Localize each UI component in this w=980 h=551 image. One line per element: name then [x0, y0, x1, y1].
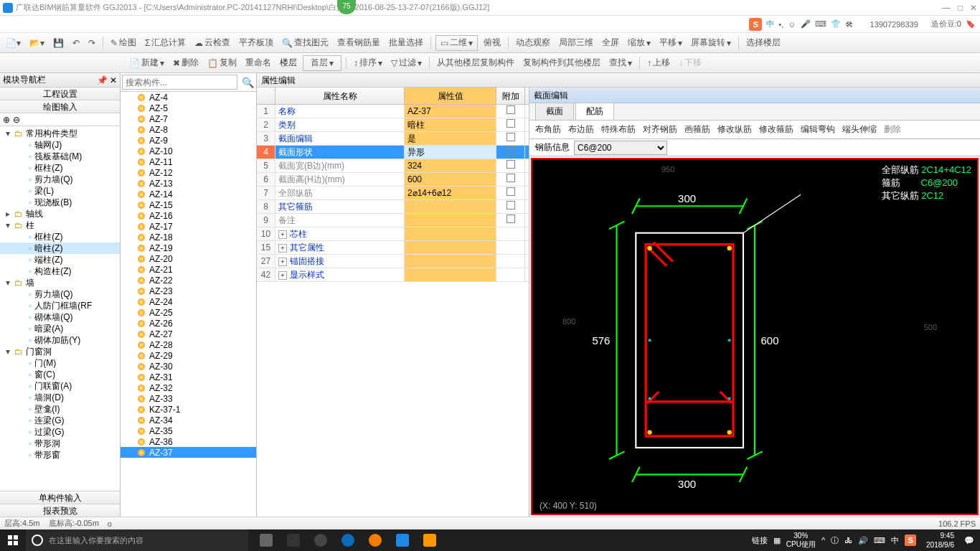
open-icon[interactable]: 📂▾	[27, 35, 47, 51]
table-row[interactable]: 10+芯柱	[257, 227, 529, 241]
floor-dropdown[interactable]: 首层 ▾	[303, 55, 341, 71]
tree-item[interactable]: ▫砌体墙(Q)	[0, 311, 120, 323]
tree-item[interactable]: ▫带形窗	[0, 449, 120, 461]
btn-filter[interactable]: ▽ 过滤 ▾	[388, 55, 425, 71]
tray-key-icon[interactable]: ⌨	[874, 536, 885, 545]
tab-section[interactable]: 截面	[535, 103, 574, 120]
undo-icon[interactable]: ↶	[70, 35, 83, 51]
taskbar-app-1[interactable]	[281, 529, 306, 551]
table-row[interactable]: 42+显示样式	[257, 268, 529, 282]
section-tool[interactable]: 对齐钢筋	[643, 123, 677, 136]
list-item[interactable]: AZ-35	[121, 425, 256, 436]
tray-link[interactable]: 链接	[752, 535, 768, 546]
task-view-icon[interactable]	[254, 529, 278, 551]
nav-btn-draw[interactable]: 绘图输入	[0, 100, 120, 113]
nav-btn-report[interactable]: 报表预览	[0, 504, 120, 517]
list-item[interactable]: AZ-15	[121, 199, 256, 210]
taskbar-app-4[interactable]	[363, 529, 387, 551]
btn-rename[interactable]: 重命名	[242, 55, 274, 71]
view-rotate[interactable]: 屏幕旋转 ▾	[688, 35, 734, 51]
tree-item[interactable]: ▫暗柱(Z)	[0, 242, 120, 254]
tool-align-top[interactable]: 平齐板顶	[236, 35, 276, 51]
list-item[interactable]: AZ-5	[121, 103, 256, 113]
tree-item[interactable]: ▫门(M)	[0, 357, 120, 369]
section-tool[interactable]: 布边筋	[568, 123, 594, 136]
btn-delete[interactable]: ✖ 删除	[170, 55, 202, 71]
tool-find-elem[interactable]: 🔍 查找图元	[279, 35, 331, 51]
list-item[interactable]: AZ-31	[121, 372, 256, 382]
tree-item[interactable]: ▫暗梁(A)	[0, 323, 120, 334]
tool-batch-select[interactable]: 批量选择	[386, 35, 426, 51]
list-item[interactable]: AZ-24	[121, 296, 256, 307]
tree-item[interactable]: ▫带形洞	[0, 438, 120, 449]
table-row[interactable]: 2类别暗柱	[257, 118, 529, 132]
btn-new[interactable]: 📄 新建 ▾	[126, 55, 167, 71]
ime-skin-icon[interactable]: 👕	[831, 19, 841, 29]
table-row[interactable]: 3截面编辑是	[257, 132, 529, 146]
list-item[interactable]: AZ-10	[121, 146, 256, 156]
list-item[interactable]: AZ-32	[121, 382, 256, 393]
select-floor[interactable]: 选择楼层	[743, 35, 783, 51]
view-fullscreen[interactable]: 全屏	[599, 35, 622, 51]
table-row[interactable]: 1名称AZ-37	[257, 105, 529, 118]
tool-sum[interactable]: Σ 汇总计算	[142, 35, 189, 51]
tree-item[interactable]: ▫框柱(Z)	[0, 162, 120, 174]
credit-icon[interactable]: 🔖	[966, 19, 976, 29]
list-item[interactable]: AZ-14	[121, 189, 256, 199]
tree-item[interactable]: ▫砌体加筋(Y)	[0, 334, 120, 346]
tree-item[interactable]: ▫轴网(J)	[0, 139, 120, 151]
list-item[interactable]: AZ-37	[121, 447, 256, 458]
tree-item[interactable]: ▫窗(C)	[0, 369, 120, 380]
tree-item[interactable]: ▫筏板基础(M)	[0, 151, 120, 162]
tray-cpu[interactable]: 30%CPU使用	[786, 532, 816, 549]
section-tool[interactable]: 端头伸缩	[842, 123, 877, 136]
tree-group[interactable]: ▾🗀墙	[0, 277, 120, 288]
tree-item[interactable]: ▫人防门框墙(RF	[0, 300, 120, 311]
list-item[interactable]: AZ-8	[121, 124, 256, 135]
section-tool[interactable]: 删除	[884, 123, 901, 136]
btn-copy-to-floor[interactable]: 复制构件到其他楼层	[520, 55, 603, 71]
list-item[interactable]: AZ-36	[121, 436, 256, 447]
nav-tree[interactable]: ▾🗀常用构件类型▫轴网(J)▫筏板基础(M)▫框柱(Z)▫剪力墙(Q)▫梁(L)…	[0, 126, 120, 491]
close-button[interactable]: ✕	[970, 3, 977, 13]
btn-copy-from-floor[interactable]: 从其他楼层复制构件	[434, 55, 517, 71]
btn-sort[interactable]: ↕ 排序 ▾	[351, 55, 385, 71]
list-item[interactable]: AZ-7	[121, 113, 256, 124]
list-item[interactable]: AZ-16	[121, 210, 256, 221]
list-item[interactable]: AZ-28	[121, 339, 256, 350]
tree-item[interactable]: ▫门联窗(A)	[0, 380, 120, 392]
tray-sogou-icon[interactable]: S	[905, 534, 916, 546]
taskbar-app-5[interactable]	[390, 529, 415, 551]
tree-group[interactable]: ▾🗀门窗洞	[0, 346, 120, 357]
list-item[interactable]: AZ-26	[121, 318, 256, 329]
table-row[interactable]: 9备注	[257, 214, 529, 227]
tree-item[interactable]: ▫剪力墙(Q)	[0, 174, 120, 185]
tab-rebar[interactable]: 配筋	[575, 103, 614, 120]
tree-group[interactable]: ▾🗀常用构件类型	[0, 128, 120, 139]
view-local3d[interactable]: 局部三维	[556, 35, 596, 51]
list-item[interactable]: AZ-29	[121, 350, 256, 361]
table-row[interactable]: 4截面形状异形	[257, 146, 529, 159]
ime-smile-icon[interactable]: ☺	[788, 20, 796, 29]
nav-btn-single[interactable]: 单构件输入	[0, 491, 120, 504]
rebar-info-select[interactable]: C6@200	[574, 141, 667, 155]
tree-group[interactable]: ▾🗀柱	[0, 220, 120, 231]
taskbar-search[interactable]: 在这里输入你要搜索的内容	[26, 529, 248, 551]
search-input[interactable]	[122, 75, 237, 90]
section-tool[interactable]: 修改纵筋	[717, 123, 752, 136]
tree-item[interactable]: ▫框柱(Z)	[0, 231, 120, 242]
list-item[interactable]: AZ-27	[121, 329, 256, 339]
tree-item[interactable]: ▫壁龛(I)	[0, 403, 120, 415]
tree-item[interactable]: ▫梁(L)	[0, 185, 120, 197]
list-item[interactable]: KZ-37-1	[121, 404, 256, 415]
section-tool[interactable]: 修改箍筋	[759, 123, 793, 136]
btn-move-up[interactable]: ↑ 上移	[644, 55, 673, 71]
list-item[interactable]: AZ-12	[121, 167, 256, 178]
list-item[interactable]: AZ-11	[121, 156, 256, 167]
ime-lang[interactable]: 中	[766, 19, 774, 29]
list-item[interactable]: AZ-22	[121, 275, 256, 286]
tree-item[interactable]: ▫过梁(G)	[0, 426, 120, 438]
tray-net-icon[interactable]: 🖧	[844, 536, 852, 545]
view-2d-dropdown[interactable]: ▭ 二维 ▾	[435, 35, 478, 51]
tree-group[interactable]: ▸🗀轴线	[0, 208, 120, 220]
